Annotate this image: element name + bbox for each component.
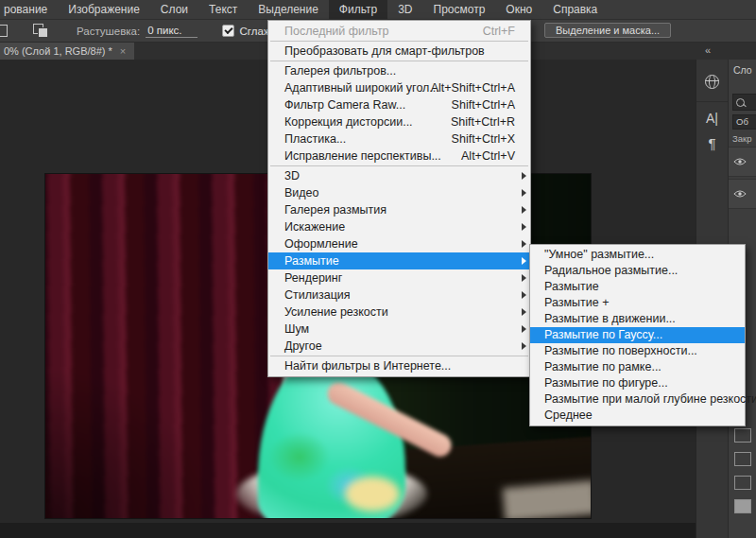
add-to-selection-icon[interactable] (33, 24, 49, 38)
menu-item-label: Фильтр Camera Raw... (284, 98, 405, 112)
menubar-item-edit-partial[interactable]: рование (0, 0, 58, 19)
eye-icon[interactable] (733, 157, 747, 166)
submenu-arrow-icon (522, 342, 526, 350)
menu-item-noise[interactable]: Шум (268, 321, 530, 338)
submenu-arrow-icon (522, 206, 526, 214)
submenu-arrow-icon (522, 240, 526, 248)
menu-item-label: Размытие (284, 254, 339, 268)
menu-item-shortcut: Alt+Ctrl+V (461, 148, 515, 165)
submenu-item-blur-more[interactable]: Размытие + (530, 295, 745, 311)
submenu-item-radial-blur[interactable]: Радиальное размытие... (530, 263, 745, 279)
layer-row[interactable] (729, 147, 756, 177)
submenu-arrow-icon (522, 291, 526, 299)
panel-thumb-icon[interactable] (734, 428, 751, 443)
menu-item-vanishing-point[interactable]: Исправление перспективы... Alt+Ctrl+V (268, 148, 530, 165)
submenu-item-blur[interactable]: Размытие (530, 279, 745, 295)
photoshop-window: рование Изображение Слои Текст Выделение… (0, 0, 756, 538)
menu-item-label: Шум (284, 322, 309, 336)
search-icon (736, 98, 745, 107)
bottom-bar (0, 523, 756, 538)
menubar-item-window[interactable]: Окно (495, 0, 542, 19)
submenu-item-smart-blur[interactable]: "Умное" размытие... (530, 247, 745, 263)
submenu-item-motion-blur[interactable]: Размытие в движении... (530, 311, 745, 327)
menu-item-blur[interactable]: Размытие (268, 252, 530, 269)
document-tab[interactable]: 0% (Слой 1, RGB/8#) * × (0, 43, 134, 60)
menu-item-shortcut: Shift+Ctrl+R (451, 113, 515, 130)
menubar-item-help[interactable]: Справка (542, 0, 608, 19)
tool-preset-icon[interactable] (0, 25, 8, 37)
menu-item-lens-correction[interactable]: Коррекция дисторсии... Shift+Ctrl+R (268, 113, 530, 130)
submenu-item-box-blur[interactable]: Размытие по рамке... (530, 359, 745, 375)
menu-item-video[interactable]: Видео (268, 184, 530, 201)
menu-item-label: Коррекция дисторсии... (284, 115, 413, 129)
menu-item-sharpen[interactable]: Усиление резкости (268, 304, 530, 321)
menu-item-last-filter: Последний фильтр Ctrl+F (268, 23, 530, 40)
menu-item-distort[interactable]: Искажение (268, 218, 530, 235)
menu-item-label: Стилизация (284, 288, 351, 302)
menubar-item-select[interactable]: Выделение (248, 0, 329, 19)
filter-menu: Последний фильтр Ctrl+F Преобразовать дл… (267, 20, 531, 377)
menu-item-label: Искажение (284, 220, 345, 234)
panel-thumb-icon[interactable] (734, 499, 751, 513)
menu-separator (270, 41, 528, 42)
menubar-item-3d[interactable]: 3D (387, 0, 422, 19)
submenu-item-gaussian-blur[interactable]: Размытие по Гауссу... (530, 327, 745, 343)
menu-item-find-filters-online[interactable]: Найти фильтры в Интернете... (268, 357, 530, 374)
menu-item-shortcut: Shift+Ctrl+X (452, 130, 515, 148)
menu-item-pixelate[interactable]: Оформление (268, 235, 530, 252)
menu-item-label: 3D (284, 169, 300, 182)
menu-item-label: Усиление резкости (284, 305, 388, 319)
submenu-item-surface-blur[interactable]: Размытие по поверхности... (530, 343, 745, 359)
smoothing-checkbox[interactable] (222, 25, 234, 37)
menu-item-convert-smart-filters[interactable]: Преобразовать для смарт-фильтров (268, 43, 530, 60)
menu-item-stylize[interactable]: Стилизация (268, 286, 530, 304)
menu-item-blur-gallery[interactable]: Галерея размытия (268, 201, 530, 218)
submenu-arrow-icon (522, 189, 526, 197)
libraries-panel-icon[interactable] (696, 69, 728, 94)
blend-mode-select[interactable]: Об (732, 114, 756, 130)
menu-item-shortcut: Shift+Ctrl+A (452, 96, 515, 113)
paragraph-panel-icon[interactable]: ¶ (696, 130, 728, 155)
collapse-panels-icon[interactable]: « (705, 44, 712, 56)
submenu-item-average[interactable]: Среднее (530, 408, 745, 424)
submenu-item-lens-blur[interactable]: Размытие при малой глубине резкости... (530, 391, 745, 408)
menu-item-label: Пластика... (284, 132, 346, 146)
layers-search-field[interactable] (732, 94, 756, 111)
submenu-item-shape-blur[interactable]: Размытие по фигуре... (530, 375, 745, 391)
menu-item-filter-gallery[interactable]: Галерея фильтров... (268, 62, 530, 79)
menu-item-camera-raw[interactable]: Фильтр Camera Raw... Shift+Ctrl+A (268, 96, 530, 113)
feather-label: Растушевка: (77, 26, 140, 37)
close-icon[interactable]: × (120, 43, 126, 60)
menubar-item-view[interactable]: Просмотр (423, 0, 496, 19)
menu-item-adaptive-wide-angle[interactable]: Адаптивный широкий угол... Alt+Shift+Ctr… (268, 79, 530, 96)
layer-row[interactable] (729, 179, 756, 209)
photo-yellow-patch (345, 477, 400, 511)
menu-item-label: Исправление перспективы... (284, 149, 441, 163)
menubar-item-layers[interactable]: Слои (150, 0, 198, 19)
menu-item-label: Галерея размытия (284, 203, 387, 217)
select-and-mask-button[interactable]: Выделение и маска... (544, 23, 671, 38)
menu-separator (270, 165, 528, 166)
feather-value-field[interactable]: 0 пикс. (146, 25, 197, 38)
submenu-arrow-icon (522, 274, 526, 282)
eye-icon[interactable] (733, 189, 747, 199)
menu-item-shortcut: Ctrl+F (483, 23, 515, 40)
character-panel-icon[interactable]: A| (696, 101, 728, 130)
menu-item-liquify[interactable]: Пластика... Shift+Ctrl+X (268, 130, 530, 148)
photo-red-curtain (45, 174, 290, 518)
menu-item-label: Рендеринг (284, 271, 342, 285)
menu-separator (270, 61, 528, 61)
menubar-item-type[interactable]: Текст (198, 0, 248, 19)
panel-thumb-icon[interactable] (734, 452, 751, 466)
panel-thumb-icon[interactable] (734, 476, 751, 490)
menubar-item-image[interactable]: Изображение (58, 0, 150, 19)
submenu-arrow-icon (522, 257, 526, 265)
menu-item-render[interactable]: Рендеринг (268, 269, 530, 286)
blur-submenu: "Умное" размытие... Радиальное размытие.… (529, 244, 746, 426)
menu-item-3d[interactable]: 3D (268, 167, 530, 184)
submenu-arrow-icon (522, 172, 526, 180)
menubar-item-filter[interactable]: Фильтр (329, 0, 387, 19)
menu-item-label: Другое (284, 339, 322, 353)
menu-item-other[interactable]: Другое (268, 338, 530, 355)
submenu-arrow-icon (522, 325, 526, 333)
